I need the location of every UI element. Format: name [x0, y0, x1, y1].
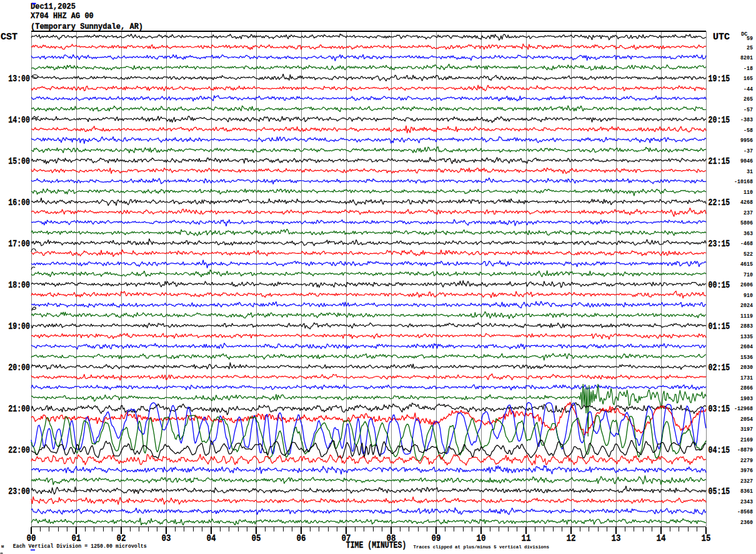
svg-text:13: 13: [612, 533, 621, 544]
svg-text:363: 363: [744, 231, 753, 236]
svg-text:Traces clipped at plus/minus 5: Traces clipped at plus/minus 5 vertical …: [414, 545, 549, 550]
svg-text:22:00: 22:00: [8, 445, 30, 456]
svg-text:-44: -44: [744, 86, 753, 92]
svg-text:20:15: 20:15: [709, 115, 730, 126]
svg-text:02: 02: [117, 533, 126, 544]
svg-text:14:00: 14:00: [8, 115, 30, 126]
svg-text:18:00: 18:00: [8, 280, 30, 291]
svg-text:2279: 2279: [740, 458, 753, 463]
svg-text:25: 25: [747, 45, 753, 51]
svg-text:1119: 1119: [740, 313, 753, 319]
svg-text:237: 237: [744, 210, 753, 216]
svg-text:X704 HHZ AG 00: X704 HHZ AG 00: [31, 12, 94, 21]
svg-text:05:15: 05:15: [709, 486, 730, 497]
svg-text:15: 15: [702, 533, 711, 544]
svg-text:м: м: [1, 544, 4, 549]
svg-text:1903: 1903: [740, 396, 753, 401]
svg-text:05: 05: [252, 533, 261, 544]
svg-text:5806: 5806: [740, 220, 753, 226]
svg-text:19:00: 19:00: [8, 321, 30, 332]
svg-text:8201: 8201: [740, 55, 753, 61]
svg-text:59: 59: [747, 36, 753, 41]
svg-text:-8568: -8568: [737, 509, 753, 515]
svg-text:01: 01: [72, 533, 81, 544]
svg-text:09: 09: [432, 533, 441, 544]
svg-text:Each Vertical Division = 1250.: Each Vertical Division = 1250.00 microvo…: [13, 543, 147, 549]
svg-text:2327: 2327: [740, 478, 753, 484]
svg-text:22:15: 22:15: [709, 198, 730, 208]
svg-text:00:15: 00:15: [709, 280, 730, 291]
svg-text:11: 11: [522, 533, 531, 544]
svg-text:-37: -37: [744, 148, 753, 154]
svg-text:-10168: -10168: [734, 179, 753, 184]
svg-text:10: 10: [477, 533, 486, 544]
svg-text:13:00: 13:00: [8, 74, 30, 84]
svg-text:1536: 1536: [740, 355, 753, 360]
svg-text:2343: 2343: [740, 499, 753, 505]
svg-text:-8879: -8879: [737, 447, 753, 453]
svg-text:-12968: -12968: [734, 406, 753, 411]
svg-text:9956: 9956: [740, 138, 753, 143]
svg-text:21:00: 21:00: [8, 404, 30, 415]
svg-text:06: 06: [297, 533, 306, 544]
svg-text:8361: 8361: [740, 488, 753, 494]
svg-text:2169: 2169: [740, 437, 753, 443]
svg-text:15:00: 15:00: [8, 156, 30, 167]
svg-text:2604: 2604: [740, 344, 753, 350]
svg-text:TIME (MINUTES): TIME (MINUTES): [346, 540, 407, 550]
svg-text:17:00: 17:00: [8, 239, 30, 249]
svg-text:-468: -468: [740, 241, 753, 246]
svg-text:4615: 4615: [740, 261, 753, 267]
svg-text:-18: -18: [744, 66, 753, 71]
svg-text:2866: 2866: [740, 385, 753, 391]
svg-text:-58: -58: [744, 128, 753, 133]
svg-text:23:00: 23:00: [8, 486, 30, 497]
svg-text:04:15: 04:15: [709, 445, 730, 456]
svg-text:4268: 4268: [740, 199, 753, 205]
svg-text:165: 165: [744, 76, 753, 81]
svg-text:265: 265: [744, 96, 753, 102]
svg-text:00: 00: [27, 533, 36, 544]
svg-text:Dec11,2025: Dec11,2025: [31, 3, 76, 11]
svg-text:UTC: UTC: [713, 32, 730, 43]
svg-text:1335: 1335: [740, 334, 753, 340]
svg-text:14: 14: [657, 533, 666, 544]
svg-text:02:15: 02:15: [709, 363, 730, 373]
svg-text:522: 522: [744, 251, 753, 257]
svg-text:2030: 2030: [740, 365, 753, 370]
svg-text:-57: -57: [744, 107, 753, 113]
svg-text:1731: 1731: [740, 375, 753, 381]
svg-text:21:15: 21:15: [709, 156, 730, 167]
svg-text:20:00: 20:00: [8, 363, 30, 373]
svg-text:910: 910: [744, 293, 753, 298]
svg-text:(Temporary Sunnydale, AR): (Temporary Sunnydale, AR): [31, 23, 143, 31]
svg-text:2606: 2606: [740, 282, 753, 288]
svg-text:2024: 2024: [740, 303, 753, 308]
svg-text:19:15: 19:15: [709, 74, 730, 84]
svg-text:-383: -383: [740, 117, 753, 123]
svg-text:2360: 2360: [740, 520, 753, 525]
svg-text:2054: 2054: [740, 416, 753, 422]
svg-text:710: 710: [744, 272, 753, 278]
svg-text:CST: CST: [1, 32, 17, 43]
svg-text:12: 12: [567, 533, 576, 544]
svg-text:31: 31: [747, 169, 753, 174]
svg-text:01:15: 01:15: [709, 321, 730, 332]
svg-text:16:00: 16:00: [8, 198, 30, 208]
svg-text:04: 04: [207, 533, 216, 544]
svg-text:2883: 2883: [740, 323, 753, 329]
svg-text:9046: 9046: [740, 158, 753, 164]
svg-text:23:15: 23:15: [709, 239, 730, 249]
svg-text:03: 03: [162, 533, 171, 544]
svg-text:03:15: 03:15: [709, 404, 730, 415]
svg-text:3197: 3197: [740, 426, 753, 432]
svg-text:3976: 3976: [740, 468, 753, 473]
svg-text:110: 110: [744, 189, 753, 195]
